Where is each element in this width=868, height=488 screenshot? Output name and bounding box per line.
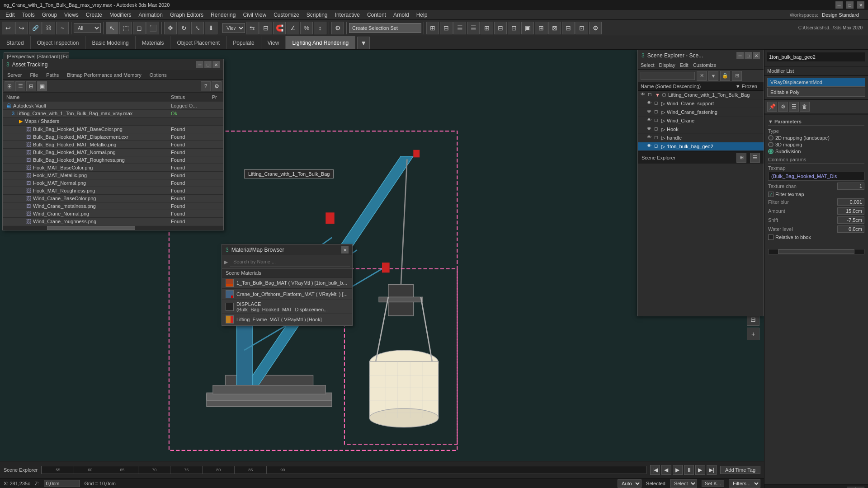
- at-tb-1[interactable]: ⊞: [5, 81, 14, 91]
- at-menu-options[interactable]: Options: [148, 71, 169, 79]
- menu-group[interactable]: Group: [38, 11, 61, 19]
- filter-blur-input[interactable]: [837, 198, 864, 206]
- tab-lighting-rendering[interactable]: Lighting And Rendering: [286, 36, 355, 49]
- at-tb-help[interactable]: ?: [201, 81, 211, 91]
- se-expand-root[interactable]: ▼: [655, 92, 660, 98]
- modifier-editable-poly[interactable]: Editable Poly: [767, 88, 865, 97]
- unlink-button[interactable]: ⛓: [42, 22, 55, 34]
- percent-snap[interactable]: %: [300, 22, 313, 34]
- menu-customize[interactable]: Customize: [270, 11, 303, 19]
- se-eye-5[interactable]: 👁: [647, 135, 653, 141]
- pb-pause[interactable]: ⏸: [684, 465, 694, 475]
- select-filter-dropdown[interactable]: All: [74, 23, 101, 33]
- menu-tools[interactable]: Tools: [19, 11, 38, 19]
- pb-start[interactable]: |◀: [650, 465, 660, 475]
- at-tb-3[interactable]: ⊟: [26, 81, 36, 91]
- se-row-4[interactable]: 👁 ◻ ▷ Hook: [638, 125, 764, 134]
- tab-started[interactable]: Started: [0, 36, 31, 49]
- se-row-5[interactable]: 👁 ◻ ▷ handle: [638, 134, 764, 142]
- se-bottom-btn-1[interactable]: ⊞: [736, 153, 746, 163]
- menu-scripting[interactable]: Scripting: [303, 11, 331, 19]
- se-lock-2[interactable]: ◻: [654, 109, 660, 115]
- se-search-input[interactable]: [641, 72, 695, 80]
- sb-auto-dropdown[interactable]: Auto: [618, 479, 642, 488]
- move-button[interactable]: ✥: [164, 22, 177, 34]
- se-eye-2[interactable]: 👁: [647, 109, 653, 115]
- tb-extra-2[interactable]: ⊟: [440, 22, 453, 34]
- close-button[interactable]: ✕: [857, 1, 864, 9]
- at-menu-server[interactable]: Server: [5, 71, 24, 79]
- snap-toggle[interactable]: 🧲: [273, 22, 286, 34]
- se-menu-select[interactable]: Select: [641, 62, 655, 68]
- at-scroll-thumb[interactable]: [47, 226, 135, 230]
- spinner-snap[interactable]: ↕: [314, 22, 326, 34]
- menu-civil-view[interactable]: Civil View: [239, 11, 270, 19]
- tab-view[interactable]: View: [261, 36, 286, 49]
- tb-extra-1[interactable]: ⊞: [426, 22, 439, 34]
- undo-button[interactable]: ↩: [2, 22, 14, 34]
- minimize-button[interactable]: ─: [835, 1, 843, 9]
- tb-extra-7[interactable]: ⊡: [508, 22, 520, 34]
- tb-extra-12[interactable]: ⊡: [576, 22, 588, 34]
- tb-extra-4[interactable]: ☰: [467, 22, 480, 34]
- timeline-ruler[interactable]: 55 60 65 70 75 80 85 90: [41, 466, 646, 474]
- pb-add-time-tag[interactable]: Add Time Tag: [720, 466, 760, 474]
- menu-animation[interactable]: Animation: [135, 11, 166, 19]
- se-lock-6[interactable]: ◻: [654, 143, 660, 150]
- at-minimize-button[interactable]: ─: [196, 61, 203, 68]
- relative-bbox-check[interactable]: [768, 235, 774, 240]
- scale-button[interactable]: ⤡: [191, 22, 204, 34]
- select-region2-button[interactable]: ◻: [133, 22, 146, 34]
- se-lock-btn[interactable]: 🔒: [720, 71, 730, 81]
- menu-arnold[interactable]: Arnold: [390, 11, 413, 19]
- at-row-file-8[interactable]: 🖼Hook_MAT_Normal.png Found: [3, 179, 223, 187]
- at-row-file-10[interactable]: 🖼Wind_Crane_BaseColor.png Found: [3, 195, 223, 202]
- at-row-file-13[interactable]: 🖼Wind_Crane_roughness.png Found: [3, 218, 223, 225]
- se-lock-4[interactable]: ◻: [654, 126, 660, 132]
- texture-chan-input[interactable]: [837, 183, 864, 190]
- mat-browser-close-button[interactable]: ✕: [341, 246, 349, 253]
- align-button[interactable]: ⊟: [259, 22, 272, 34]
- se-lock-1[interactable]: ◻: [654, 100, 660, 107]
- se-menu-display[interactable]: Display: [659, 62, 675, 68]
- menu-create[interactable]: Create: [82, 11, 106, 19]
- menu-help[interactable]: Help: [413, 11, 431, 19]
- se-row-2[interactable]: 👁 ◻ ▷ Wind_Crane_fastening: [638, 108, 764, 117]
- se-eye-1[interactable]: 👁: [647, 100, 653, 107]
- pb-next-frame[interactable]: ▶: [695, 465, 705, 475]
- at-row-file-6[interactable]: 🖼Hook_MAT_BaseColor.png Found: [3, 164, 223, 172]
- at-menu-bitmap[interactable]: Bitmap Performance and Memory: [65, 71, 143, 79]
- link-button[interactable]: 🔗: [29, 22, 42, 34]
- at-row-maxfile[interactable]: 3Lifting_Crane_with_1_Ton_Bulk_Bag_max_v…: [3, 110, 223, 117]
- maximize-button[interactable]: □: [846, 1, 854, 9]
- tb-extra-13[interactable]: ⚙: [589, 22, 602, 34]
- scene-explorer-titlebar[interactable]: 3 Scene Explorer - Sce... ─ □ ✕: [638, 50, 764, 61]
- pb-play[interactable]: ▶: [673, 465, 683, 475]
- tb-extra-10[interactable]: ⊠: [548, 22, 561, 34]
- view-dropdown[interactable]: View: [222, 23, 245, 33]
- menu-content[interactable]: Content: [363, 11, 390, 19]
- se-filter-btn[interactable]: ▼: [708, 71, 718, 81]
- sb-filters-dropdown[interactable]: Filters...: [729, 479, 760, 488]
- se-menu-edit[interactable]: Edit: [680, 62, 689, 68]
- mat-item-4[interactable]: Lifting_Frame_MAT ( VRayMtl ) [Hook]: [222, 314, 352, 325]
- sb-set-k[interactable]: Set K...: [702, 480, 724, 487]
- sb-z-input[interactable]: [44, 480, 80, 487]
- tab-basic-modeling[interactable]: Basic Modeling: [85, 36, 135, 49]
- water-level-input[interactable]: [837, 225, 864, 233]
- se-minimize-button[interactable]: ─: [736, 52, 744, 59]
- se-bottom-btn-2[interactable]: ☰: [750, 153, 760, 163]
- menu-modifiers[interactable]: Modifiers: [106, 11, 135, 19]
- at-row-file-4[interactable]: 🖼Bulk_Bag_Hooked_MAT_Normal.png Found: [3, 149, 223, 156]
- at-menu-file[interactable]: File: [28, 71, 40, 79]
- at-scrollbar[interactable]: [3, 225, 223, 230]
- mod-tb-delete[interactable]: 🗑: [800, 102, 810, 112]
- menu-rendering[interactable]: Rendering: [207, 11, 239, 19]
- mod-tb-pin[interactable]: 📌: [767, 102, 777, 112]
- menu-graph-editors[interactable]: Graph Editors: [166, 11, 207, 19]
- at-close-button[interactable]: ✕: [212, 61, 220, 68]
- at-row-file-1[interactable]: 🖼Bulk_Bag_Hooked_MAT_BaseColor.png Found: [3, 126, 223, 133]
- vp-nav-10[interactable]: +: [747, 328, 760, 340]
- place-button[interactable]: ⬇: [205, 22, 217, 34]
- se-row-3[interactable]: 👁 ◻ ▷ Wind_Crane: [638, 117, 764, 125]
